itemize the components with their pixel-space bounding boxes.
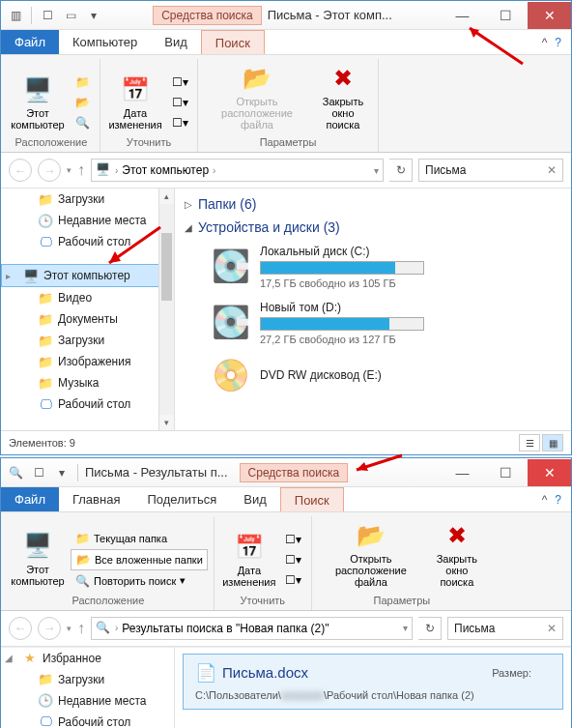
this-computer-button[interactable]: 🖥️ Этот компьютер (9, 529, 67, 589)
view-tiles-button[interactable]: ▦ (542, 434, 563, 451)
refresh-button[interactable]: ↻ (418, 617, 442, 640)
refresh-button[interactable]: ↻ (389, 159, 413, 182)
close-button[interactable]: ✕ (528, 459, 571, 486)
minimize-button[interactable]: — (441, 459, 484, 486)
back-button[interactable]: ← (9, 159, 32, 182)
tree-desktop[interactable]: 🖵Рабочий стол (1, 712, 174, 728)
tree-favorites[interactable]: ◢★Избранное (1, 648, 174, 669)
search-input[interactable]: Письма ✕ (418, 159, 563, 182)
close-search-button[interactable]: ✖ Закрыть окно поиска (314, 61, 372, 132)
search-value: Письма (425, 163, 467, 177)
tree-recent[interactable]: 🕒Недавние места (1, 690, 174, 712)
tree-desktop-2[interactable]: 🖵Рабочий стол (1, 393, 174, 415)
tab-search[interactable]: Поиск (280, 487, 344, 511)
address-bar[interactable]: 🔍 › Результаты поиска в "Новая папка (2)… (91, 617, 413, 640)
expand-icon[interactable]: ◢ (185, 222, 192, 233)
tab-view[interactable]: Вид (230, 487, 280, 511)
collapse-icon[interactable]: ▷ (185, 199, 192, 210)
tab-file[interactable]: Файл (1, 30, 59, 54)
breadcrumb-text[interactable]: Результаты поиска в "Новая папка (2)" (122, 622, 329, 635)
current-folder-button[interactable]: 📁Текущая папка (71, 529, 208, 548)
tree-downloads[interactable]: 📁Загрузки (1, 189, 174, 210)
qat-dropdown-icon[interactable]: ▾ (83, 5, 104, 26)
qat-dropdown-icon[interactable]: ▾ (51, 462, 72, 483)
address-dropdown-icon[interactable]: ▾ (403, 623, 408, 633)
tab-search[interactable]: Поиск (201, 30, 265, 54)
tree-documents[interactable]: 📁Документы (1, 308, 174, 330)
close-button[interactable]: ✕ (528, 2, 571, 29)
drive-e[interactable]: 📀 DVD RW дисковод (E:) (185, 351, 561, 401)
open-file-location-button[interactable]: 📂 Открыть расположение файла (318, 518, 424, 590)
view-details-button[interactable]: ☰ (519, 434, 540, 451)
breadcrumb-root[interactable]: Этот компьютер (122, 163, 209, 177)
drives-group-header[interactable]: ◢Устройства и диски (3) (185, 216, 561, 239)
ribbon-collapse-icon[interactable]: ^ (542, 493, 548, 507)
search-result-item[interactable]: 📄 Письма.docx Размер: С:\Пользователи\xx… (183, 654, 563, 710)
refine-opt-1[interactable]: ☐▾ (168, 73, 191, 92)
help-icon[interactable]: ? (555, 493, 561, 507)
clear-search-icon[interactable]: ✕ (547, 622, 557, 635)
tab-home[interactable]: Главная (59, 487, 133, 511)
refine-opt-2[interactable]: ☐▾ (168, 93, 191, 112)
maximize-button[interactable]: ☐ (484, 459, 528, 486)
tab-computer[interactable]: Компьютер (59, 30, 151, 54)
clear-search-icon[interactable]: ✕ (547, 163, 557, 177)
forward-button[interactable]: → (38, 617, 61, 640)
open-file-location-button[interactable]: 📂 Открыть расположение файла (204, 61, 310, 132)
scroll-up-icon[interactable]: ▴ (159, 189, 174, 204)
help-icon[interactable]: ? (555, 36, 561, 49)
location-opt-1[interactable]: 📁 (71, 73, 94, 92)
history-dropdown[interactable]: ▾ (67, 165, 72, 175)
nav-scrollbar[interactable]: ▴ ▾ (158, 189, 174, 430)
address-dropdown-icon[interactable]: ▾ (374, 165, 379, 176)
drive-d[interactable]: 💽 Новый том (D:) 27,2 ГБ свободно из 127… (185, 295, 561, 351)
history-dropdown[interactable]: ▾ (67, 624, 72, 633)
tree-desktop[interactable]: 🖵Рабочий стол (1, 231, 174, 252)
tree-downloads-2[interactable]: 📁Загрузки (1, 330, 174, 351)
this-computer-button[interactable]: 🖥️ Этот компьютер (9, 73, 67, 132)
scroll-thumb[interactable] (161, 233, 172, 301)
address-bar[interactable]: 🖥️ › Этот компьютер › ▾ (91, 159, 384, 182)
scroll-down-icon[interactable]: ▾ (159, 415, 174, 430)
computer-icon: 🖥️ (22, 74, 53, 105)
qat-properties-icon[interactable]: ☐ (37, 5, 58, 26)
ribbon-collapse-icon[interactable]: ^ (542, 36, 548, 49)
tree-recent[interactable]: 🕒Недавние места (1, 210, 174, 231)
drive-c[interactable]: 💽 Локальный диск (C:) 17,5 ГБ свободно и… (185, 239, 561, 295)
location-opt-3[interactable]: 🔍 (71, 113, 94, 132)
location-opt-2[interactable]: 📂 (71, 93, 94, 112)
tree-pictures[interactable]: 📁Изображения (1, 351, 174, 372)
tree-downloads[interactable]: 📁Загрузки (1, 669, 174, 690)
up-button[interactable]: ↑ (77, 161, 85, 179)
back-button[interactable]: ← (9, 617, 32, 640)
refine-opt-3[interactable]: ☐▾ (168, 113, 191, 132)
refine-opt-3[interactable]: ☐▾ (282, 570, 305, 590)
up-button[interactable]: ↑ (77, 620, 85, 637)
tab-view[interactable]: Вид (151, 30, 201, 54)
tab-file[interactable]: Файл (1, 487, 59, 511)
refine-opt-2[interactable]: ☐▾ (282, 550, 305, 569)
search-icon[interactable]: 🔍 (5, 462, 26, 483)
minimize-button[interactable]: — (441, 2, 484, 29)
date-modified-button[interactable]: 📅 Дата изменения (220, 530, 278, 590)
refine-opt-1[interactable]: ☐▾ (282, 530, 305, 549)
date-modified-button[interactable]: 📅 Дата изменения (106, 73, 164, 132)
system-menu-icon[interactable]: ▥ (5, 5, 26, 26)
expand-icon[interactable]: ◢ (5, 653, 13, 663)
tree-this-pc[interactable]: ▸🖥️Этот компьютер (1, 264, 174, 287)
expand-icon[interactable]: ▸ (6, 271, 11, 281)
qat-btn[interactable]: ☐ (28, 462, 49, 483)
navigation-pane: 📁Загрузки 🕒Недавние места 🖵Рабочий стол … (1, 189, 175, 430)
folders-group-header[interactable]: ▷Папки (6) (185, 192, 561, 216)
tree-music[interactable]: 📁Музыка (1, 372, 174, 393)
search-again-button[interactable]: 🔍Повторить поиск ▾ (71, 571, 208, 591)
all-subfolders-button[interactable]: 📂Все вложенные папки (71, 549, 208, 570)
close-search-button[interactable]: ✖ Закрыть окно поиска (428, 518, 486, 590)
group-location-label: Расположение (72, 595, 145, 608)
search-input[interactable]: Письма ✕ (447, 617, 563, 640)
forward-button[interactable]: → (38, 159, 61, 182)
qat-newfolder-icon[interactable]: ▭ (60, 5, 81, 26)
tab-share[interactable]: Поделиться (133, 487, 230, 511)
tree-video[interactable]: 📁Видео (1, 287, 174, 308)
maximize-button[interactable]: ☐ (484, 2, 528, 29)
